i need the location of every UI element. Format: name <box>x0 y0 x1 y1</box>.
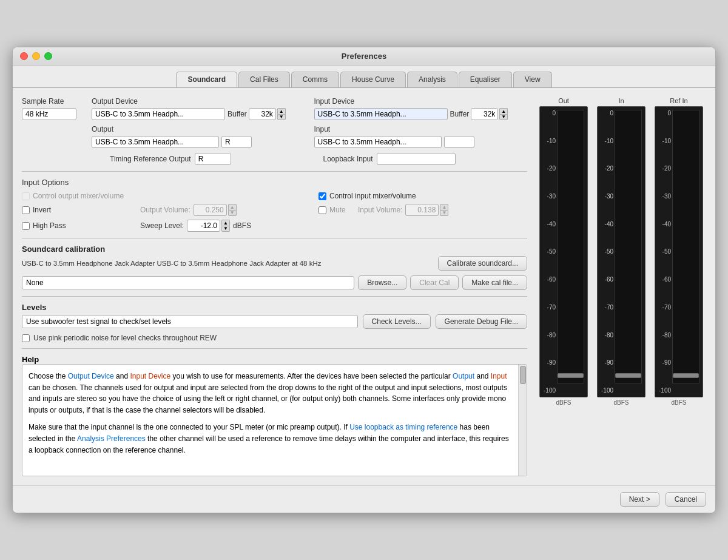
loopback-select[interactable] <box>377 153 456 165</box>
help-scroll-thumb[interactable] <box>520 366 526 384</box>
buffer-out-input[interactable] <box>249 108 276 120</box>
vu-body-out: 0 -10 -20 -30 -40 -50 -60 -70 -80 -90 -1… <box>539 106 588 397</box>
input-channel-select[interactable]: USB-C to 3.5mm Headph... <box>314 136 442 148</box>
close-button[interactable] <box>20 52 28 60</box>
control-input-mixer-checkbox[interactable] <box>318 192 326 200</box>
generate-debug-button[interactable]: Generate Debug File... <box>436 314 527 329</box>
levels-label: Levels <box>22 303 46 312</box>
tab-equaliser[interactable]: Equaliser <box>459 72 512 87</box>
timing-ref-label: Timing Reference Output <box>110 155 191 163</box>
input-lr-select[interactable] <box>444 136 474 148</box>
vu-refin-label: Ref In <box>670 97 687 104</box>
window-title: Preferences <box>342 52 386 61</box>
next-button[interactable]: Next > <box>620 492 659 507</box>
preferences-window: Preferences Soundcard Cal Files Comms Ho… <box>12 47 716 513</box>
buffer-in-spinner: ▲ ▼ <box>471 108 508 120</box>
output-label: Output <box>92 125 305 133</box>
cancel-button[interactable]: Cancel <box>666 492 706 507</box>
tab-comms[interactable]: Comms <box>291 72 339 87</box>
buffer-out-label: Buffer <box>228 110 247 118</box>
input-device-label: Input Device <box>314 97 528 106</box>
output-volume-up[interactable]: ▲ <box>228 204 237 210</box>
vu-meter-panel: Out 0 -10 -20 -30 -40 -50 -60 -70 -80 -9… <box>536 97 706 476</box>
help-link-output[interactable]: Output <box>453 372 474 380</box>
titlebar: Preferences <box>13 47 715 66</box>
input-volume-up[interactable]: ▲ <box>440 204 448 210</box>
sweep-level-input[interactable] <box>187 220 220 232</box>
check-levels-button[interactable]: Check Levels... <box>363 314 431 329</box>
input-options-label: Input Options <box>22 178 527 187</box>
help-link-analysis[interactable]: Analysis Preferences <box>77 434 146 443</box>
vu-bar-in <box>615 110 642 383</box>
help-box: Choose the Output Device and Input Devic… <box>22 364 527 476</box>
tab-housecurve[interactable]: House Curve <box>340 72 406 87</box>
maximize-button[interactable] <box>44 52 52 60</box>
input-volume-input[interactable] <box>405 204 439 216</box>
main-content: Sample Rate 48 kHz Output Device USB-C t… <box>13 88 715 485</box>
clear-cal-button[interactable]: Clear Cal <box>410 275 459 290</box>
output-device-label: Output Device <box>92 97 305 106</box>
pink-noise-checkbox[interactable] <box>22 334 30 342</box>
vu-dbfs-refin: dBFS <box>671 399 686 406</box>
vu-body-refin: 0 -10 -20 -30 -40 -50 -60 -70 -80 -90 -1… <box>655 106 703 397</box>
input-volume-down[interactable]: ▼ <box>440 210 448 216</box>
output-volume-down[interactable]: ▼ <box>228 210 237 216</box>
input-device-select[interactable]: USB-C to 3.5mm Headph... <box>314 108 448 120</box>
cal-description: USB-C to 3.5mm Headphone Jack Adapter US… <box>22 260 433 267</box>
invert-checkbox[interactable] <box>22 206 30 214</box>
help-scrollbar[interactable] <box>518 365 527 476</box>
high-pass-label: High Pass <box>33 221 66 230</box>
buffer-in-label: Buffer <box>450 110 470 118</box>
output-volume-label: Output Volume: <box>140 206 190 214</box>
help-label: Help <box>22 355 39 364</box>
timing-ref-select[interactable]: R L <box>195 153 231 165</box>
vu-scale-in: 0 -10 -20 -30 -40 -50 -60 -70 -80 -90 -1… <box>598 107 615 397</box>
vu-scale-refin: 0 -10 -20 -30 -40 -50 -60 -70 -80 -90 -1… <box>655 107 672 397</box>
control-output-mixer-label: Control output mixer/volume <box>33 192 124 200</box>
help-link-loopback[interactable]: Use loopback as timing reference <box>349 423 457 431</box>
output-channel-select[interactable]: USB-C to 3.5mm Headph... <box>92 136 219 148</box>
output-device-select[interactable]: USB-C to 3.5mm Headph... <box>92 108 225 120</box>
vu-meter-refin: Ref In 0 -10 -20 -30 -40 -50 -60 -70 -80… <box>652 97 706 476</box>
buffer-in-down[interactable]: ▼ <box>499 114 508 120</box>
browse-button[interactable]: Browse... <box>358 275 406 290</box>
output-lr-select[interactable]: R L <box>221 136 252 148</box>
buffer-out-up[interactable]: ▲ <box>277 108 286 114</box>
sweep-level-down[interactable]: ▼ <box>221 226 230 232</box>
cal-path-input[interactable] <box>22 276 354 289</box>
minimize-button[interactable] <box>32 52 40 60</box>
vu-out-label: Out <box>558 97 569 104</box>
settings-panel: Sample Rate 48 kHz Output Device USB-C t… <box>22 97 527 476</box>
mute-checkbox[interactable] <box>318 206 326 214</box>
control-input-mixer-label: Control input mixer/volume <box>329 192 416 200</box>
vu-dbfs-out: dBFS <box>556 399 571 406</box>
sample-rate-select[interactable]: 48 kHz <box>22 108 76 120</box>
sweep-level-label: Sweep Level: <box>140 221 184 230</box>
buffer-out-down[interactable]: ▼ <box>277 114 286 120</box>
tab-view[interactable]: View <box>513 72 552 87</box>
calibrate-soundcard-button[interactable]: Calibrate soundcard... <box>438 256 527 271</box>
levels-dropdown[interactable]: Use subwoofer test signal to check/set l… <box>22 315 358 328</box>
control-output-mixer-checkbox[interactable] <box>22 192 30 200</box>
sweep-level-up[interactable]: ▲ <box>221 220 230 226</box>
vu-thumb-out <box>558 373 584 378</box>
help-link-output-device[interactable]: Output Device <box>68 372 114 380</box>
buffer-in-input[interactable] <box>471 108 498 120</box>
tab-bar: Soundcard Cal Files Comms House Curve An… <box>13 66 715 87</box>
buffer-out-spinner: ▲ ▼ <box>249 108 286 120</box>
high-pass-checkbox[interactable] <box>22 222 30 230</box>
vu-thumb-refin <box>673 373 699 378</box>
tab-calfiles[interactable]: Cal Files <box>238 72 290 87</box>
buffer-in-up[interactable]: ▲ <box>499 108 508 114</box>
make-cal-button[interactable]: Make cal file... <box>462 275 527 290</box>
tab-analysis[interactable]: Analysis <box>407 72 457 87</box>
output-volume-input[interactable] <box>194 204 227 216</box>
help-link-input-device[interactable]: Input Device <box>130 372 170 380</box>
soundcard-cal-label: Soundcard calibration <box>22 245 105 254</box>
vu-body-in: 0 -10 -20 -30 -40 -50 -60 -70 -80 -90 -1… <box>597 106 645 397</box>
help-link-input[interactable]: Input <box>491 372 507 380</box>
vu-meter-out: Out 0 -10 -20 -30 -40 -50 -60 -70 -80 -9… <box>536 97 591 476</box>
tab-soundcard[interactable]: Soundcard <box>176 72 237 87</box>
invert-label: Invert <box>33 206 51 214</box>
vu-bar-refin <box>672 110 699 383</box>
